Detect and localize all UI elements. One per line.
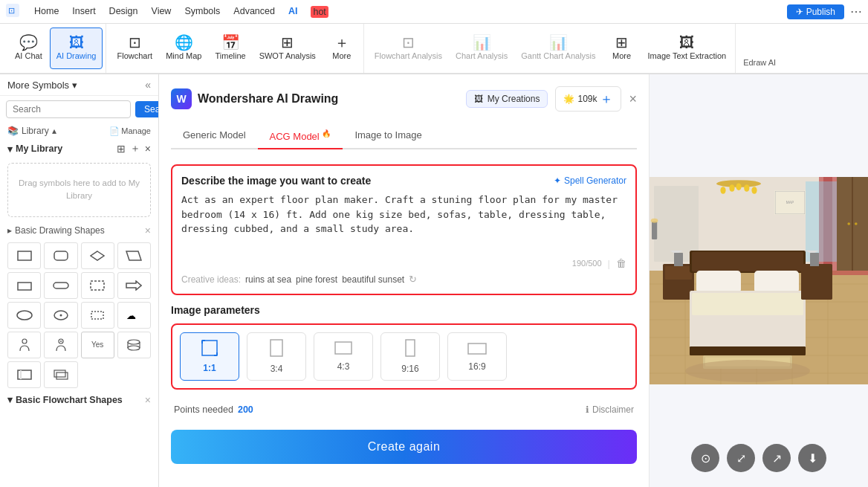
create-again-button[interactable]: Create again [171, 430, 637, 464]
more-symbols-button[interactable]: More Symbols ▾ [7, 80, 77, 91]
ribbon-gantt: 📊 Gantt Chart Analysis [515, 28, 601, 69]
svg-point-18 [128, 340, 140, 344]
nav-design[interactable]: Design [109, 6, 138, 18]
nav-symbols[interactable]: Symbols [184, 6, 220, 18]
ribbon-more[interactable]: ＋ More [323, 28, 360, 69]
shape-cylinder[interactable] [117, 332, 151, 358]
svg-rect-49 [654, 186, 699, 262]
svg-point-58 [751, 187, 757, 194]
svg-rect-24 [56, 372, 68, 379]
ribbon-timeline[interactable]: 📅 Timeline [209, 28, 251, 69]
shape-yes-badge[interactable]: Yes [81, 332, 114, 358]
ribbon-ai-drawing[interactable]: 🖼 AI Drawing [50, 28, 103, 69]
nav-advanced[interactable]: Advanced [233, 6, 275, 18]
basic-flowchart-section: ▾ Basic Flowchart Shapes × [0, 391, 158, 407]
nav-ai[interactable]: AI [288, 6, 298, 18]
my-library-close-icon[interactable]: × [145, 143, 151, 155]
ribbon-group-analysis: ⊡ Flowchart Analysis 📊 Chart Analysis 📊 … [366, 24, 736, 73]
shape-circle-dot[interactable] [44, 302, 77, 329]
basic-flowchart-title[interactable]: ▾ Basic Flowchart Shapes [7, 394, 123, 405]
ribbon-toolbar: 💬 AI Chat 🖼 AI Drawing ⊡ Flowchart 🌐 Min… [0, 24, 868, 74]
search-button[interactable]: Search [135, 101, 159, 117]
close-panel-button[interactable]: × [629, 91, 637, 107]
svg-rect-67 [692, 252, 803, 271]
ribbon-group-ai: 💬 AI Chat 🖼 AI Drawing [6, 24, 106, 73]
creative-tag-0[interactable]: ruins at sea [245, 274, 291, 285]
ribbon-ai-chat[interactable]: 💬 AI Chat [9, 28, 48, 69]
shape-arrow-right[interactable] [117, 272, 151, 299]
ai-panel: W Wondershare AI Drawing 🖼 My Creations … [159, 74, 868, 487]
add-points-icon[interactable]: ＋ [600, 90, 613, 108]
points-button[interactable]: 🌟 109k ＋ [555, 86, 621, 112]
svg-point-21 [128, 346, 140, 350]
collapse-panel-button[interactable]: « [145, 79, 151, 91]
shape-diamond[interactable] [81, 242, 114, 269]
chart-analysis-icon: 📊 [473, 35, 491, 50]
shape-dashed-rect2[interactable] [81, 302, 114, 329]
aspect-4-3[interactable]: 4:3 [314, 332, 373, 381]
creative-tag-1[interactable]: pine forest [296, 274, 337, 285]
describe-textarea[interactable]: Act as an expert floor plan maker. Craft… [181, 193, 626, 252]
aspect-9-16[interactable]: 9:16 [380, 332, 440, 381]
ribbon-image-text[interactable]: 🖼 Image Text Extraction [642, 28, 733, 69]
nav-home[interactable]: Home [34, 6, 59, 18]
refresh-icon[interactable]: ↻ [409, 274, 417, 285]
menu-right: ✈ Publish ⋯ [787, 4, 862, 19]
trash-icon[interactable]: 🗑 [616, 257, 626, 269]
shape-pill[interactable] [44, 272, 77, 299]
nav-insert[interactable]: Insert [72, 6, 95, 18]
svg-point-15 [22, 339, 27, 344]
disclaimer-button[interactable]: ℹ Disclaimer [586, 404, 634, 415]
save-image-button[interactable]: ⊙ [691, 444, 719, 472]
ribbon-swot[interactable]: ⊞ SWOT Analysis [253, 28, 322, 69]
publish-button[interactable]: ✈ Publish [787, 4, 844, 19]
ai-chat-icon: 💬 [19, 35, 38, 50]
spell-generator-button[interactable]: ✦ Spell Generator [554, 175, 626, 186]
shape-ellipse[interactable] [7, 302, 41, 329]
shape-rectangle[interactable] [7, 242, 41, 269]
svg-rect-34 [468, 344, 486, 354]
flowchart-close-icon[interactable]: × [145, 394, 151, 406]
manage-button[interactable]: 📄 Manage [109, 126, 151, 136]
shape-rounded-rect[interactable] [44, 242, 77, 269]
shape-dashed-rect[interactable] [81, 272, 114, 299]
nav-view[interactable]: View [152, 6, 172, 18]
ribbon-group-tools: ⊡ Flowchart 🌐 Mind Map 📅 Timeline ⊞ SWOT… [108, 24, 363, 73]
creative-tag-2[interactable]: beautiful sunset [342, 274, 404, 285]
separator: | [608, 258, 610, 269]
aspect-1-1[interactable]: 1:1 [180, 332, 239, 381]
my-creations-button[interactable]: 🖼 My Creations [466, 90, 548, 108]
basic-drawing-title[interactable]: ▸ Basic Drawing Shapes [7, 225, 105, 236]
svg-marker-5 [126, 251, 141, 260]
ribbon-flowchart[interactable]: ⊡ Flowchart [111, 28, 158, 69]
aspect-16-9[interactable]: 16:9 [447, 332, 507, 381]
generated-bedroom-image: MAP [650, 74, 868, 487]
ribbon-more2[interactable]: ⊞ More [603, 28, 641, 69]
basic-drawing-close-icon[interactable]: × [145, 225, 151, 236]
tab-acg-model[interactable]: ACG Model 🔥 [258, 123, 343, 149]
menu-nav: Home Insert Design View Symbols Advanced… [34, 6, 328, 18]
my-library-title[interactable]: ▾ My Library [7, 143, 62, 155]
my-library-plus-icon[interactable]: ＋ [130, 142, 140, 155]
shape-person[interactable] [7, 332, 41, 358]
share-button[interactable]: ↗ [762, 444, 791, 472]
tab-image-to-image[interactable]: Image to Image [343, 123, 433, 149]
shape-rect2[interactable] [7, 272, 41, 299]
shape-double-rect[interactable] [44, 361, 77, 388]
shape-parallelogram[interactable] [117, 242, 151, 269]
menu-more-dots[interactable]: ⋯ [850, 4, 862, 19]
fullscreen-button[interactable]: ⤢ [727, 444, 755, 472]
shape-cloud[interactable]: ☁ [117, 302, 151, 329]
svg-point-82 [855, 222, 858, 225]
model-tabs: Generic Model ACG Model 🔥 Image to Image [171, 123, 637, 149]
search-input[interactable] [6, 100, 131, 118]
ai-drawing-label: AI Drawing [56, 51, 97, 61]
tab-generic-model[interactable]: Generic Model [171, 123, 258, 149]
shape-rect3[interactable] [7, 361, 41, 388]
panel-header-right: 🖼 My Creations 🌟 109k ＋ × [466, 86, 637, 112]
download-button[interactable]: ⬇ [798, 444, 826, 472]
aspect-3-4[interactable]: 3:4 [247, 332, 306, 381]
my-library-add-icon[interactable]: ⊞ [117, 143, 126, 155]
shape-person2[interactable] [44, 332, 77, 358]
ribbon-mind-map[interactable]: 🌐 Mind Map [160, 28, 207, 69]
